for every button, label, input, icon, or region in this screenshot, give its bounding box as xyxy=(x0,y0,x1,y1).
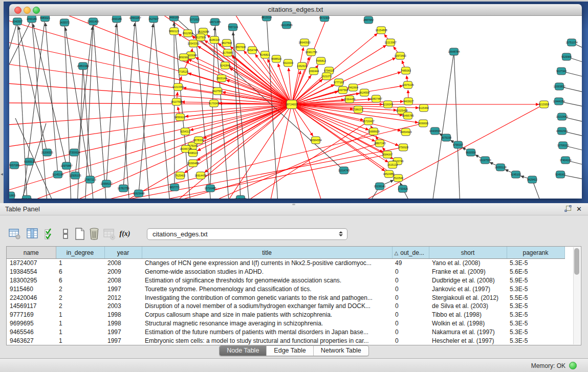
graph-node[interactable]: 10491603 xyxy=(234,195,246,199)
graph-node[interactable]: 10958107 xyxy=(100,180,112,187)
table-cell[interactable]: 0 xyxy=(392,319,429,328)
graph-node[interactable]: 9819412 xyxy=(21,195,32,199)
table-cell[interactable]: 2 xyxy=(56,302,104,311)
graph-edge[interactable] xyxy=(430,52,454,199)
table-cell[interactable]: 1 xyxy=(56,336,104,345)
graph-node[interactable]: 9146821 xyxy=(260,51,270,58)
graph-edge[interactable] xyxy=(9,104,292,195)
table-cell[interactable]: 9115460 xyxy=(7,285,56,293)
graph-node[interactable]: 19218586 xyxy=(280,21,292,29)
table-cell[interactable]: 1997 xyxy=(104,336,142,345)
graph-node[interactable]: 20853346 xyxy=(77,62,89,70)
graph-node[interactable]: 11923448 xyxy=(133,190,145,197)
table-cell[interactable]: 9777169 xyxy=(7,311,56,319)
graph-node[interactable]: 10197533 xyxy=(479,157,491,164)
graph-node[interactable]: 7462664 xyxy=(348,84,358,91)
table-cell[interactable]: Structural magnetic resonance image aver… xyxy=(142,319,392,328)
table-cell[interactable]: Tourette syndrome. Phenomenology and cla… xyxy=(142,285,392,293)
table-cell[interactable]: Nakamura et al. (1997) xyxy=(429,327,507,336)
table-cell[interactable]: 5.3E-5 xyxy=(507,319,564,328)
table-cell[interactable]: 5.3E-5 xyxy=(507,285,564,293)
table-cell[interactable]: 1997 xyxy=(104,327,142,336)
graph-edge[interactable] xyxy=(188,73,292,104)
graph-node[interactable]: 11014743 xyxy=(338,167,350,174)
graph-node[interactable]: 9245102 xyxy=(511,171,521,178)
table-cell[interactable]: 1997 xyxy=(104,285,142,293)
column-header-year[interactable]: year xyxy=(104,247,142,259)
graph-edge[interactable] xyxy=(233,32,241,199)
graph-node[interactable]: 2718120 xyxy=(178,68,188,75)
graph-node[interactable]: 16099488 xyxy=(187,160,199,167)
table-scrollbar-track[interactable] xyxy=(573,247,580,344)
table-cell[interactable]: 9699695 xyxy=(7,319,56,328)
table-row[interactable]: 1938455462009Genome-wide association stu… xyxy=(7,268,564,276)
graph-edge[interactable] xyxy=(9,104,292,149)
table-cell[interactable]: Tibbo et al. (1998) xyxy=(429,311,507,319)
graph-edge[interactable] xyxy=(139,24,153,193)
graph-edge[interactable] xyxy=(18,27,47,152)
table-cell[interactable]: 0 xyxy=(392,276,429,285)
table-cell[interactable]: Corpus callosum shape and size in male p… xyxy=(142,311,392,319)
table-cell[interactable]: 5.9E-5 xyxy=(507,276,564,285)
graph-edge[interactable] xyxy=(9,16,292,104)
table-row[interactable]: 977716911998Corpus callosum shape and si… xyxy=(7,311,564,319)
table-scrollbar-thumb[interactable] xyxy=(574,248,579,275)
graph-edge[interactable] xyxy=(117,19,130,199)
table-cell[interactable]: 2 xyxy=(56,293,104,302)
table-cell[interactable]: 2 xyxy=(56,285,104,293)
tab-network-table[interactable]: Network Table xyxy=(314,346,368,356)
table-cell[interactable]: 5.3E-5 xyxy=(507,336,564,345)
graph-node[interactable]: 8813014 xyxy=(262,16,272,21)
graph-node[interactable]: 20364456 xyxy=(343,96,355,103)
network-canvas[interactable]: 2040557209318694830211405572206914062993… xyxy=(9,16,582,199)
table-cell[interactable]: 1 xyxy=(56,319,104,328)
table-cell[interactable]: 0 xyxy=(392,336,429,345)
graph-node[interactable]: 9600556 xyxy=(466,149,476,156)
graph-node[interactable]: 8186328 xyxy=(209,36,220,43)
table-cell[interactable]: 0 xyxy=(392,293,429,302)
graph-node[interactable]: 10553257 xyxy=(129,16,141,21)
graph-node[interactable]: 2093186 xyxy=(27,16,37,23)
column-header-in-degree[interactable]: in_degree xyxy=(56,247,104,259)
graph-node[interactable]: 1615132 xyxy=(387,161,398,168)
table-row[interactable]: 1456911722003Disruption of a novel membe… xyxy=(7,302,564,311)
graph-node[interactable]: 11145194 xyxy=(52,171,63,178)
table-selector-dropdown[interactable]: citations_edges.txt xyxy=(147,228,347,240)
table-cell[interactable]: de Silva et al. (2003) xyxy=(429,302,507,311)
graph-node[interactable]: 1621072 xyxy=(321,73,332,80)
table-cell[interactable]: 18300295 xyxy=(7,276,56,285)
graph-node[interactable]: 9466169 xyxy=(169,16,179,21)
close-panel-icon[interactable]: ✕ xyxy=(576,205,582,213)
graph-node[interactable]: 16409539 xyxy=(429,127,441,135)
graph-node[interactable]: 9245062 xyxy=(555,171,565,178)
graph-node[interactable]: 9357089 xyxy=(9,162,19,169)
graph-node[interactable]: 1071915 xyxy=(189,16,200,23)
graph-node[interactable]: 12444154 xyxy=(553,98,564,105)
graph-node[interactable]: 1405572 xyxy=(59,19,70,26)
graph-node[interactable]: 12213967 xyxy=(384,39,396,46)
graph-node[interactable]: 9584067 xyxy=(382,151,393,158)
table-cell[interactable]: Wolkin et al. (1998) xyxy=(429,319,507,328)
graph-edge[interactable] xyxy=(454,52,461,199)
table-settings-icon[interactable] xyxy=(8,227,21,240)
graph-node[interactable]: 1990444 xyxy=(309,68,319,75)
table-cell[interactable]: 22420046 xyxy=(7,293,56,302)
table-cell[interactable]: Yano et al. (2008) xyxy=(429,259,507,268)
graph-hub-node[interactable]: 18724007 xyxy=(286,100,298,109)
graph-node[interactable]: 16648784 xyxy=(448,48,460,55)
graph-edge[interactable] xyxy=(205,104,292,172)
graph-edge[interactable] xyxy=(292,16,338,104)
graph-node[interactable]: 12213393 xyxy=(172,83,184,91)
graph-node[interactable]: 17957223 xyxy=(84,176,96,183)
graph-node[interactable]: 7625402 xyxy=(175,172,185,179)
graph-node[interactable]: 2803144 xyxy=(216,75,227,82)
graph-node[interactable]: 2522540 xyxy=(393,174,403,182)
table-cell[interactable]: 1998 xyxy=(104,319,142,328)
table-cell[interactable]: Stergiakouli et al. (2012) xyxy=(429,293,507,302)
table-cell[interactable]: 0 xyxy=(392,302,429,311)
graph-node[interactable]: 18107554 xyxy=(170,98,182,105)
graph-node[interactable]: 17404119 xyxy=(560,157,572,164)
graph-edge[interactable] xyxy=(9,19,32,64)
graph-node[interactable]: 16782759 xyxy=(117,185,129,192)
graph-edge[interactable] xyxy=(154,19,171,199)
